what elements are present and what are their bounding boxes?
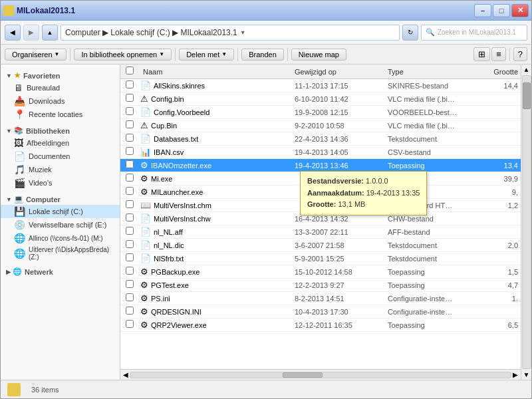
table-row[interactable]: ⚠ Config.bin 6-10-2010 11:42 VLC media f… xyxy=(120,92,521,106)
table-row[interactable]: 📄 nl_NL.aff 13-3-2007 22:11 AFF-bestand xyxy=(120,225,521,239)
sidebar-section-libraries: ▼ 📚 Bibliotheken 🖼 Afbeeldingen 📄 Docume… xyxy=(1,125,120,190)
scrollbar-thumb[interactable] xyxy=(523,82,531,109)
search-box[interactable]: 🔍 Zoeken in MILokaal2013.1 xyxy=(421,25,527,41)
file-checkbox[interactable] xyxy=(120,227,140,237)
file-modified: 22-4-2013 14:36 xyxy=(295,135,388,143)
sidebar-computer-header[interactable]: ▼ 💻 Computer xyxy=(1,194,120,205)
file-checkbox[interactable] xyxy=(120,213,140,223)
scrollbar-thumb[interactable] xyxy=(283,372,323,378)
back-button[interactable]: ◀ xyxy=(5,25,21,41)
scroll-up-button[interactable]: ▲ xyxy=(522,65,531,74)
table-row[interactable]: 📊 IBAN.csv 19-4-2013 14:05 CSV-bestand xyxy=(120,146,521,159)
sidebar-item-documents[interactable]: 📄 Documenten xyxy=(1,150,120,163)
file-checkbox[interactable] xyxy=(120,187,140,197)
file-checkbox[interactable] xyxy=(120,120,140,130)
table-row[interactable]: 📄 AllSkins.skinres 11-1-2013 17:15 SKINR… xyxy=(120,79,521,92)
share-button[interactable]: Delen met ▼ xyxy=(179,49,234,61)
file-checkbox[interactable] xyxy=(120,174,140,184)
organize-button[interactable]: Organiseren ▼ xyxy=(5,49,66,61)
table-row[interactable]: 📄 Databases.txt 22-4-2013 14:36 Tekstdoc… xyxy=(120,132,521,146)
table-row[interactable]: ⚙ QRP2Viewer.exe 12-12-2011 16:35 Toepas… xyxy=(120,319,521,332)
details-button[interactable]: ≡ xyxy=(491,47,506,61)
sidebar-network-header[interactable]: ▶ 🌐 Netwerk xyxy=(1,266,120,277)
sidebar-item-pictures[interactable]: 🖼 Afbeeldingen xyxy=(1,136,120,150)
file-checkbox[interactable] xyxy=(120,134,140,144)
sidebar-libraries-label: Bibliotheken xyxy=(26,127,70,135)
table-row[interactable]: ⚙ IBANOmzetter.exe 19-4-2013 13:46 Toepa… xyxy=(120,159,521,172)
file-checkbox[interactable] xyxy=(120,200,140,210)
sidebar-item-removable[interactable]: 💿 Verwisselbare schijf (E:) xyxy=(1,218,120,231)
new-folder-button[interactable]: Nieuwe map xyxy=(291,49,346,61)
file-checkbox[interactable] xyxy=(120,307,140,317)
scroll-right-button[interactable]: ▶ xyxy=(511,371,519,378)
file-type: Tekstdocument xyxy=(388,255,474,263)
file-name: PGBackup.exe xyxy=(151,268,295,276)
size-column-header[interactable]: Grootte xyxy=(474,68,521,76)
file-checkbox[interactable] xyxy=(120,320,140,330)
select-all-checkbox[interactable] xyxy=(126,66,134,74)
file-checkbox[interactable] xyxy=(120,240,140,250)
file-modified: 3-6-2007 21:58 xyxy=(295,241,388,249)
file-checkbox[interactable] xyxy=(120,147,140,157)
table-row[interactable]: 📄 Config.Voorbeeld 19-9-2008 12:15 VOORB… xyxy=(120,106,521,119)
sidebar-item-network-m[interactable]: 🌐 Allinco (\\cons-fs-01) (M:) xyxy=(1,231,120,245)
horizontal-scrollbar[interactable]: ◀ ▶ xyxy=(120,369,521,380)
sidebar-item-local-drive[interactable]: 💾 Lokale schijf (C:) xyxy=(1,205,120,218)
file-checkbox[interactable] xyxy=(120,80,140,90)
breadcrumb-text: Computer ▶ Lokale schijf (C:) ▶ MILokaal… xyxy=(65,28,237,37)
view-button[interactable]: ⊞ xyxy=(473,47,490,61)
modified-column-header[interactable]: Gewijzigd op xyxy=(295,68,388,76)
table-row[interactable]: 📄 NlSfrb.txt 5-9-2001 15:25 Tekstdocumen… xyxy=(120,252,521,265)
file-type: Configuratie-inste… xyxy=(388,295,474,303)
help-button[interactable]: ? xyxy=(513,47,527,61)
file-checkbox[interactable] xyxy=(120,160,140,170)
file-checkbox[interactable] xyxy=(120,293,140,303)
minimize-button[interactable]: – xyxy=(474,4,491,17)
sidebar-item-recent[interactable]: 📍 Recente locaties xyxy=(1,108,120,121)
scroll-down-button[interactable]: ▼ xyxy=(522,370,531,380)
sidebar-section-favorites: ▼ ★ Favorieten 🖥 Bureaulad 📥 Downloads 📍… xyxy=(1,70,120,121)
table-row[interactable]: ⚠ Cup.Bin 9-2-2010 10:58 VLC media file … xyxy=(120,119,521,132)
table-row[interactable]: 📄 nl_NL.dic 3-6-2007 21:58 Tekstdocument… xyxy=(120,239,521,252)
sidebar-libraries-header[interactable]: ▼ 📚 Bibliotheken xyxy=(1,125,120,136)
file-checkbox[interactable] xyxy=(120,280,140,290)
sidebar-favorites-header[interactable]: ▼ ★ Favorieten xyxy=(1,70,120,81)
separator xyxy=(237,48,238,61)
table-row[interactable]: ⚙ QRDESIGN.INI 10-4-2013 17:30 Configura… xyxy=(120,305,521,319)
file-checkbox[interactable] xyxy=(120,253,140,263)
library-button[interactable]: In bibliotheek opnemen ▼ xyxy=(74,49,172,61)
table-row[interactable]: ⚙ PS.ini 8-2-2013 14:51 Configuratie-ins… xyxy=(120,292,521,305)
file-modified: 16-4-2013 14:32 xyxy=(295,215,388,223)
sidebar-item-music[interactable]: 🎵 Muziek xyxy=(1,163,120,176)
table-row[interactable]: ⚙ PGTest.exe 12-2-2013 9:27 Toepassing 4… xyxy=(120,279,521,292)
sidebar-item-desktop[interactable]: 🖥 Bureaulad xyxy=(1,81,120,94)
sidebar-item-downloads[interactable]: 📥 Downloads xyxy=(1,94,120,108)
sidebar-item-network-z[interactable]: 🌐 Uitlerver (\\DiskAppsBreda) (Z:) xyxy=(1,245,120,262)
network-globe-icon: 🌐 xyxy=(13,267,22,276)
refresh-button[interactable]: ↻ xyxy=(402,25,418,41)
maximize-button[interactable]: □ xyxy=(493,4,510,17)
file-type: CHW-bestand xyxy=(388,215,474,223)
burn-button[interactable]: Branden xyxy=(241,49,284,61)
scrollbar-track[interactable] xyxy=(130,372,511,378)
scroll-left-button[interactable]: ◀ xyxy=(122,371,130,378)
file-type-icon: ⚠ xyxy=(140,120,148,130)
file-checkbox[interactable] xyxy=(120,107,140,117)
file-list: 📄 AllSkins.skinres 11-1-2013 17:15 SKINR… xyxy=(120,79,521,369)
file-checkbox[interactable] xyxy=(120,267,140,277)
file-type: Configuratie-inste… xyxy=(388,308,474,316)
file-size: 1,2 xyxy=(474,201,521,209)
type-column-header[interactable]: Type xyxy=(388,68,474,76)
sidebar-item-videos[interactable]: 🎬 Video's xyxy=(1,176,120,190)
forward-button[interactable]: ▶ xyxy=(23,25,39,41)
file-name: Mi.exe xyxy=(151,175,295,183)
chevron-down-icon: ▼ xyxy=(159,51,164,57)
up-button[interactable]: ▲ xyxy=(42,25,58,41)
file-checkbox[interactable] xyxy=(120,94,140,104)
scrollbar-track[interactable] xyxy=(522,75,531,369)
vertical-scrollbar[interactable]: ▲ ▼ xyxy=(521,65,531,380)
close-button[interactable]: ✕ xyxy=(511,4,529,17)
table-row[interactable]: ⚙ PGBackup.exe 15-10-2012 14:58 Toepassi… xyxy=(120,265,521,279)
breadcrumb[interactable]: Computer ▶ Lokale schijf (C:) ▶ MILokaal… xyxy=(61,25,400,41)
name-column-header[interactable]: Naam xyxy=(140,68,295,76)
